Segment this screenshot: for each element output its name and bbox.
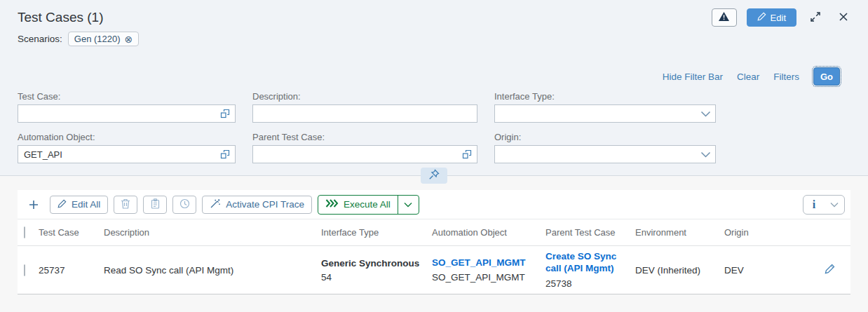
filter-field-parent-test-case: Parent Test Case: — [252, 132, 477, 163]
close-button[interactable] — [834, 8, 853, 27]
filter-fields-grid: Test Case: Description: Interface Type: — [18, 91, 868, 175]
origin-input[interactable] — [495, 146, 696, 163]
automation-object-input[interactable] — [18, 146, 215, 163]
magic-wand-icon — [210, 198, 221, 211]
value-help-icon[interactable] — [457, 146, 477, 163]
cell-description: Read SO Sync call (API Mgmt) — [104, 265, 321, 276]
warning-button[interactable] — [712, 8, 737, 27]
cell-parent-test-case: Create SO Sync call (API Mgmt) 25738 — [545, 251, 635, 289]
content-area: Edit All Activate CP — [0, 176, 868, 294]
filter-label-test-case: Test Case: — [18, 91, 236, 102]
clock-icon — [179, 198, 190, 211]
column-header-description[interactable]: Description — [104, 227, 321, 238]
column-header-automation-object[interactable]: Automation Object — [432, 227, 545, 238]
hide-filter-bar-link[interactable]: Hide Filter Bar — [663, 72, 723, 82]
description-input[interactable] — [253, 105, 477, 122]
scenario-token-label: Gen (1220) — [74, 34, 121, 44]
execute-all-split-button: Execute All — [318, 195, 419, 215]
header-actions: Edit — [712, 8, 853, 27]
expand-icon — [810, 11, 821, 25]
row-edit-button[interactable] — [825, 264, 835, 276]
info-menu-arrow[interactable] — [825, 202, 844, 208]
table-toolbar: Edit All Activate CP — [18, 190, 850, 219]
triple-chevron-icon — [325, 199, 339, 210]
add-button[interactable] — [23, 196, 44, 214]
filter-field-automation-object: Automation Object: — [18, 132, 236, 163]
filters-link[interactable]: Filters — [773, 72, 799, 82]
execute-all-menu-arrow[interactable] — [398, 196, 419, 214]
column-header-environment[interactable]: Environment — [635, 227, 724, 238]
page-title: Test Cases (1) — [18, 10, 103, 25]
select-all-cell — [18, 227, 39, 238]
automation-object-input-box — [18, 145, 236, 163]
edit-all-label: Edit All — [72, 199, 100, 210]
automation-object-link[interactable]: SO_GET_API_MGMT — [432, 257, 537, 269]
chevron-down-icon[interactable] — [696, 105, 715, 122]
scenario-token[interactable]: Gen (1220) ⊗ — [68, 32, 140, 46]
edit-all-button[interactable]: Edit All — [50, 196, 108, 214]
parent-test-case-input-box — [252, 145, 477, 163]
filter-field-interface-type: Interface Type: — [494, 91, 716, 123]
filter-field-origin: Origin: — [494, 132, 716, 163]
cell-interface-type: Generic Synchronous 54 — [321, 258, 432, 283]
filter-label-parent-test-case: Parent Test Case: — [252, 132, 477, 142]
filter-label-description: Description: — [252, 91, 477, 102]
column-header-origin[interactable]: Origin — [724, 227, 794, 238]
trash-icon — [121, 198, 130, 211]
go-button[interactable]: Go — [813, 67, 840, 86]
test-cases-table-card: Edit All Activate CP — [18, 190, 850, 294]
warning-icon — [718, 11, 730, 24]
execute-all-button[interactable]: Execute All — [318, 196, 398, 214]
activate-cpi-trace-button[interactable]: Activate CPI Trace — [202, 196, 312, 214]
activate-cpi-trace-label: Activate CPI Trace — [226, 199, 304, 210]
filter-label-automation-object: Automation Object: — [18, 132, 236, 142]
cell-origin: DEV — [724, 265, 794, 276]
history-button[interactable] — [172, 196, 196, 214]
chevron-down-icon[interactable] — [696, 146, 715, 163]
edit-button-label: Edit — [771, 13, 786, 23]
expand-button[interactable] — [806, 8, 825, 27]
clear-link[interactable]: Clear — [737, 72, 759, 82]
automation-object-id: SO_GET_API_MGMT — [432, 272, 537, 283]
value-help-icon[interactable] — [215, 146, 235, 163]
origin-select[interactable] — [494, 145, 716, 163]
scenarios-row: Scenarios: Gen (1220) ⊗ — [0, 27, 868, 46]
interface-type-input[interactable] — [495, 105, 696, 122]
row-select-cell — [18, 265, 39, 276]
title-row: Test Cases (1) Edit — [0, 8, 868, 27]
select-all-checkbox[interactable] — [24, 226, 25, 238]
table-row[interactable]: 25737 Read SO Sync call (API Mgmt) Gener… — [18, 246, 850, 294]
table-header-row: Test Case Description Interface Type Aut… — [18, 219, 850, 246]
pencil-icon — [57, 199, 67, 210]
column-header-parent-test-case[interactable]: Parent Test Case — [545, 227, 635, 238]
filter-bar-actions: Hide Filter Bar Clear Filters Go — [0, 67, 868, 86]
description-input-box — [252, 104, 477, 123]
page-header-section: Test Cases (1) Edit — [0, 0, 868, 176]
edit-button[interactable]: Edit — [747, 8, 796, 27]
pencil-icon — [825, 264, 835, 276]
interface-type-id: 54 — [321, 272, 423, 283]
test-case-input[interactable] — [18, 105, 215, 122]
cell-test-case: 25737 — [39, 265, 104, 276]
pin-filter-bar-button[interactable] — [421, 168, 447, 184]
token-remove-icon[interactable]: ⊗ — [125, 34, 133, 44]
filter-field-test-case: Test Case: — [18, 91, 236, 123]
interface-type-select[interactable] — [494, 104, 716, 123]
cell-row-actions — [794, 264, 850, 276]
scenarios-label: Scenarios: — [18, 34, 62, 44]
clipboard-icon — [151, 198, 160, 211]
column-header-interface-type[interactable]: Interface Type — [321, 227, 432, 238]
cell-environment: DEV (Inherited) — [635, 265, 724, 276]
paste-button[interactable] — [143, 196, 167, 214]
filter-field-description: Description: — [252, 91, 477, 123]
delete-button[interactable] — [114, 196, 137, 214]
test-case-input-box — [18, 104, 236, 123]
column-header-test-case[interactable]: Test Case — [39, 227, 104, 238]
info-button[interactable]: i — [803, 198, 825, 211]
parent-test-case-link[interactable]: Create SO Sync call (API Mgmt) — [545, 251, 627, 275]
row-checkbox[interactable] — [24, 264, 25, 276]
execute-all-label: Execute All — [344, 199, 391, 210]
parent-test-case-input[interactable] — [253, 146, 457, 163]
value-help-icon[interactable] — [215, 105, 235, 122]
pin-icon — [428, 169, 440, 182]
